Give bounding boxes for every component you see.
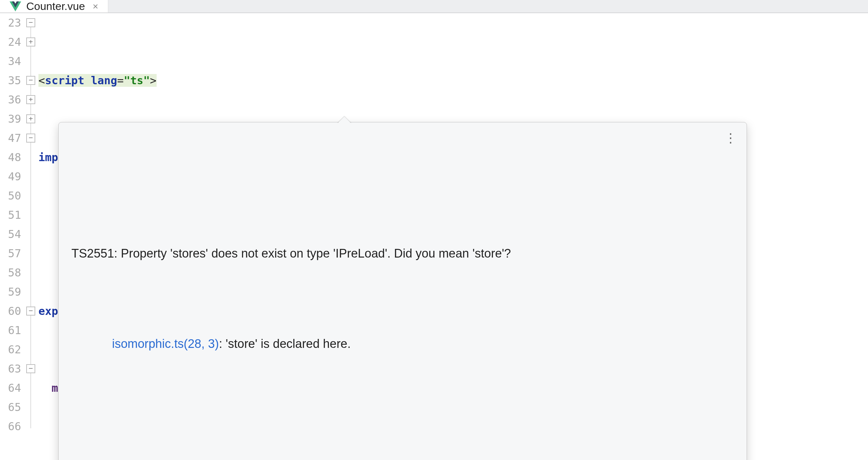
line-number: 63	[0, 359, 21, 378]
line-number: 49	[0, 167, 21, 186]
fold-collapse-icon[interactable]	[26, 364, 35, 373]
line-number: 51	[0, 205, 21, 224]
line-number: 57	[0, 244, 21, 263]
close-icon[interactable]: ×	[93, 1, 98, 12]
code-line: <script lang="ts">	[38, 71, 868, 90]
line-number: 61	[0, 321, 21, 340]
line-number: 59	[0, 282, 21, 301]
tab-filename: Counter.vue	[26, 0, 85, 12]
fold-collapse-icon[interactable]	[26, 18, 35, 27]
fold-expand-icon[interactable]	[26, 37, 35, 47]
file-tab[interactable]: Counter.vue ×	[0, 0, 108, 12]
error-tooltip: ⋮ TS2551: Property 'stores' does not exi…	[58, 122, 747, 460]
line-number: 48	[0, 148, 21, 167]
fold-expand-icon[interactable]	[26, 114, 35, 123]
fold-collapse-icon[interactable]	[26, 76, 35, 85]
editor-tab-bar: Counter.vue ×	[0, 0, 868, 13]
line-number: 64	[0, 378, 21, 398]
line-number: 65	[0, 398, 21, 417]
line-number: 60	[0, 301, 21, 321]
fold-expand-icon[interactable]	[26, 95, 35, 104]
line-number: 47	[0, 128, 21, 148]
line-number: 23	[0, 13, 21, 32]
line-number: 54	[0, 224, 21, 244]
error-message: TS2551: Property 'stores' does not exist…	[71, 245, 734, 262]
vue-file-icon	[10, 1, 21, 12]
line-number: 66	[0, 417, 21, 436]
line-number: 24	[0, 32, 21, 52]
line-number: 35	[0, 71, 21, 90]
tooltip-pointer	[337, 117, 351, 124]
fold-collapse-icon[interactable]	[26, 133, 35, 143]
line-number: 50	[0, 186, 21, 205]
fold-collapse-icon[interactable]	[26, 307, 35, 315]
line-number: 34	[0, 52, 21, 71]
code-editor[interactable]: 2324343536394748495051545758596061626364…	[0, 13, 868, 460]
line-number: 62	[0, 340, 21, 359]
line-number: 39	[0, 109, 21, 128]
fold-column	[26, 13, 38, 460]
more-vert-icon[interactable]: ⋮	[724, 128, 738, 147]
reference-link[interactable]: isomorphic.ts(28, 3)	[112, 337, 219, 350]
error-reference: isomorphic.ts(28, 3): 'store' is declare…	[71, 315, 734, 372]
line-number: 36	[0, 90, 21, 109]
line-number-gutter: 2324343536394748495051545758596061626364…	[0, 13, 26, 460]
line-number: 58	[0, 263, 21, 282]
code-area[interactable]: <script lang="ts"> import ... export def…	[38, 13, 868, 460]
